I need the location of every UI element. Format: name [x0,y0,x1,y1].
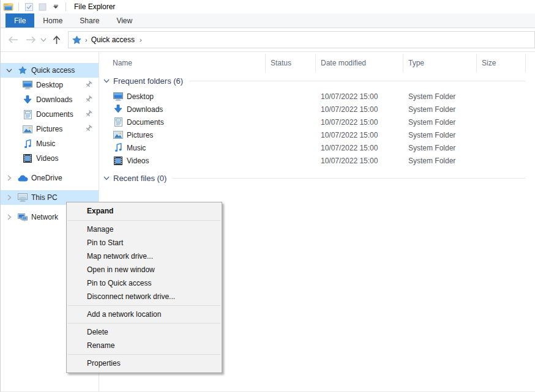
file-size [477,154,526,167]
file-row-videos[interactable]: Videos10/07/2022 15:00System Folder [99,154,535,167]
pictures-icon [23,124,32,134]
music-icon [113,143,123,153]
group-collapse-icon[interactable] [103,79,111,83]
navigation-buttons [1,32,64,47]
new-folder-icon[interactable] [37,2,48,12]
chevron-right-icon[interactable] [6,213,13,221]
file-row-music[interactable]: Music10/07/2022 15:00System Folder [99,141,535,154]
chevron-right-icon[interactable] [6,174,13,182]
downloads-icon [23,95,32,105]
context-menu-item-manage[interactable]: Manage [67,223,222,236]
context-menu-item-expand[interactable]: Expand [67,204,222,218]
context-menu-item-delete[interactable]: Delete [67,325,222,339]
sidebar-item-onedrive[interactable]: OneDrive [1,171,99,185]
breadcrumb-quick-access[interactable]: Quick access [91,35,136,44]
address-box[interactable]: › Quick access › [68,31,535,48]
tab-file[interactable]: File [6,13,34,28]
toolbar-separator [18,2,19,11]
pin-icon [85,110,94,119]
pin-icon [85,81,94,89]
file-row-pictures[interactable]: Pictures10/07/2022 15:00System Folder [99,128,535,141]
file-date-modified: 10/07/2022 15:00 [316,141,403,154]
tab-home[interactable]: Home [34,13,71,28]
column-header-name[interactable]: Name [99,54,266,72]
up-button-icon[interactable] [48,32,64,47]
context-menu-item-properties[interactable]: Properties [67,357,222,370]
customize-toolbar-dropdown-icon[interactable] [50,2,61,12]
file-size [477,141,526,154]
chevron-right-icon[interactable] [6,194,13,201]
file-date-modified: 10/07/2022 15:00 [316,103,403,116]
file-size [477,90,526,103]
group-label: Recent files (0) [113,174,166,183]
column-header-status[interactable]: Status [266,54,316,72]
quick-access-star-icon [18,65,28,75]
column-header-size[interactable]: Size [477,54,526,72]
menu-separator [68,354,220,355]
pin-icon [85,95,94,104]
file-name: Music [127,144,146,152]
file-size [477,128,526,141]
sidebar-item-downloads[interactable]: Downloads [1,92,99,107]
context-menu-item-pin-to-quick-access[interactable]: Pin to Quick access [67,276,222,290]
context-menu-item-rename[interactable]: Rename [67,339,222,352]
chevron-down-icon[interactable] [6,67,13,74]
file-row-documents[interactable]: Documents10/07/2022 15:00System Folder [99,116,535,128]
quick-access-toolbar [1,2,68,12]
sidebar-item-quick-access[interactable]: Quick access [1,63,99,78]
file-name: Pictures [127,131,153,139]
file-status [266,128,316,141]
desktop-icon [23,80,32,90]
explorer-logo-icon[interactable] [3,2,14,12]
recent-locations-dropdown-icon[interactable] [40,32,47,47]
group-header-recent-files-0-[interactable]: Recent files (0) [99,172,525,184]
group-header-frequent-folders-6-[interactable]: Frequent folders (6) [99,75,525,87]
title-bar: File Explorer [1,0,535,13]
file-date-modified: 10/07/2022 15:00 [316,128,403,141]
this-pc-icon [18,193,28,202]
column-headers: NameStatusDate modifiedTypeSize [99,54,535,72]
breadcrumb-chevron-icon[interactable]: › [81,36,91,43]
sidebar-item-pictures[interactable]: Pictures [1,122,99,136]
window-title: File Explorer [74,2,115,11]
context-menu-item-add-a-network-location[interactable]: Add a network location [67,308,222,321]
file-row-desktop[interactable]: Desktop10/07/2022 15:00System Folder [99,90,535,103]
context-menu-item-open-in-new-window[interactable]: Open in new window [67,263,222,276]
column-header-date-modified[interactable]: Date modified [316,54,403,72]
group-divider-line [189,81,525,81]
file-row-downloads[interactable]: Downloads10/07/2022 15:00System Folder [99,103,535,116]
file-name: Downloads [127,105,163,114]
column-header-type[interactable]: Type [403,54,477,72]
tab-share[interactable]: Share [71,13,108,28]
file-size [477,103,526,116]
file-status [266,103,316,116]
tab-view[interactable]: View [108,13,141,28]
back-button-icon[interactable] [6,32,21,47]
sidebar-item-videos[interactable]: Videos [1,151,99,166]
file-date-modified: 10/07/2022 15:00 [316,154,403,167]
forward-button-icon[interactable] [23,32,39,47]
menu-separator [68,305,220,306]
sidebar-item-music[interactable]: Music [1,136,99,151]
group-collapse-icon[interactable] [103,176,111,180]
sidebar-item-documents[interactable]: Documents [1,107,99,122]
file-status [266,90,316,103]
onedrive-icon [18,173,28,183]
context-menu-item-map-network-drive[interactable]: Map network drive... [67,250,222,263]
file-status [266,154,316,167]
file-size [477,116,526,128]
file-type: System Folder [403,103,477,116]
videos-icon [23,153,32,163]
group-divider-line [173,178,525,179]
file-date-modified: 10/07/2022 15:00 [316,90,403,103]
context-menu-item-disconnect-network-drive[interactable]: Disconnect network drive... [67,290,222,303]
documents-icon [23,109,32,119]
file-explorer-window: File Explorer File Home Share View [0,0,535,392]
file-name: Videos [127,157,149,165]
context-menu-item-pin-to-start[interactable]: Pin to Start [67,236,222,250]
properties-check-icon[interactable] [23,2,34,12]
menu-separator [68,220,220,221]
sidebar-item-desktop[interactable]: Desktop [1,78,99,92]
quick-access-star-icon [72,35,81,45]
breadcrumb-chevron-icon[interactable]: › [136,36,146,43]
